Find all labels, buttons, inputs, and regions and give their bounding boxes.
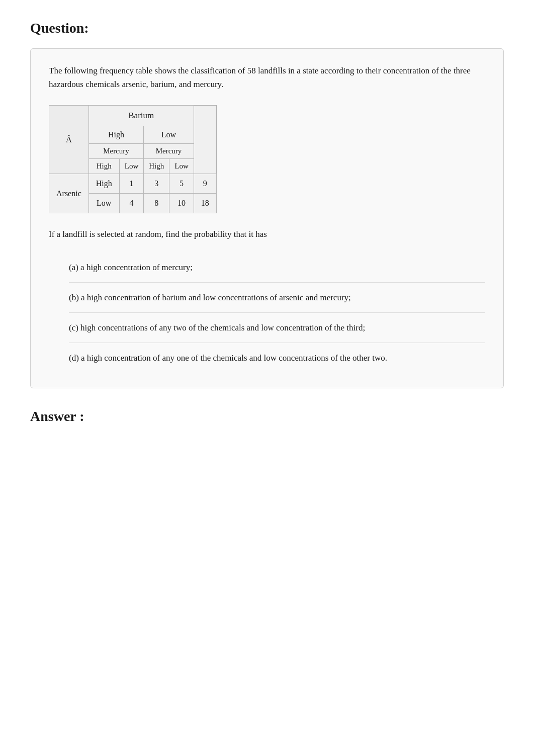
mercury-header-2: Mercury [144,144,194,159]
hl-3: High [144,159,169,174]
cell-1-2: 3 [144,174,169,194]
hl-4: Low [169,159,194,174]
cell-2-3: 10 [169,194,194,213]
answer-title: Answer : [30,408,504,425]
frequency-table-wrapper: Â Barium High Low Mercury Mercury High L… [49,105,485,213]
arsenic-low-label: Low [88,194,119,213]
cell-2-1: 4 [119,194,144,213]
question-line: If a landfill is selected at random, fin… [49,227,485,241]
sub-question-d: (d) a high concentration of any one of t… [69,343,485,373]
arsenic-high-label: High [88,174,119,194]
sub-question-b: (b) a high concentration of barium and l… [69,283,485,313]
arsenic-label: Arsenic [49,174,89,213]
cell-2-4: 18 [194,194,216,213]
hl-1: High [88,159,119,174]
cell-2-2: 8 [144,194,169,213]
question-title: Question: [30,20,504,36]
cell-1-1: 1 [119,174,144,194]
sub-question-a: (a) a high concentration of mercury; [69,253,485,283]
corner-cell: Â [49,106,89,174]
mercury-header-1: Mercury [88,144,144,159]
low-header: Low [144,126,194,144]
frequency-table: Â Barium High Low Mercury Mercury High L… [49,105,217,213]
cell-1-3: 5 [169,174,194,194]
question-box: The following frequency table shows the … [30,48,504,388]
intro-text: The following frequency table shows the … [49,64,485,91]
high-header: High [88,126,144,144]
cell-1-4: 9 [194,174,216,194]
barium-header: Barium [88,106,194,126]
sub-question-c: (c) high concentrations of any two of th… [69,313,485,343]
hl-2: Low [119,159,144,174]
